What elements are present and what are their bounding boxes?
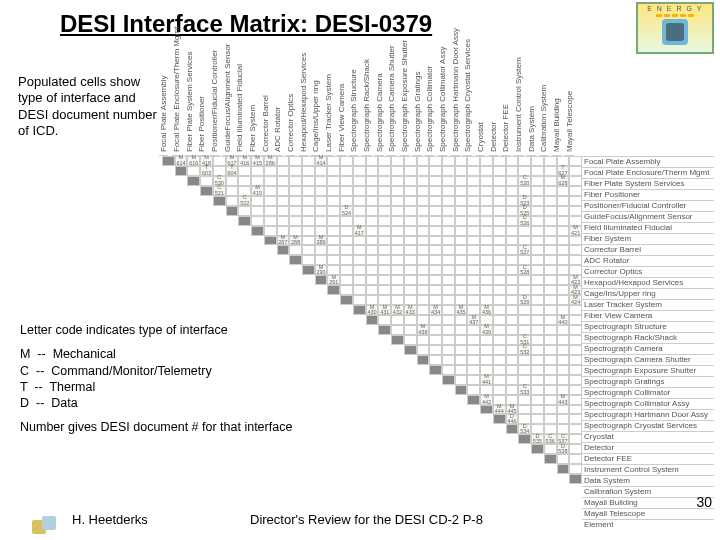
grid-cell xyxy=(506,355,519,365)
grid-cell xyxy=(391,166,404,176)
grid-cell xyxy=(518,226,531,236)
row-label: Instrument Control System xyxy=(582,464,714,475)
grid-cell xyxy=(557,275,570,285)
grid-cell xyxy=(366,265,379,275)
grid-cell xyxy=(569,385,582,395)
grid-cell xyxy=(378,196,391,206)
diagonal-cell xyxy=(277,245,290,255)
grid-cell xyxy=(531,385,544,395)
populated-cell: M 433 xyxy=(404,305,417,315)
grid-cell xyxy=(442,255,455,265)
grid-cell xyxy=(569,245,582,255)
grid-cell xyxy=(467,186,480,196)
col-label: Cryostat xyxy=(476,122,485,156)
grid-cell xyxy=(531,236,544,246)
populated-cell: M 442 xyxy=(480,395,493,405)
grid-cell xyxy=(544,395,557,405)
grid-cell xyxy=(493,226,506,236)
col-label: Cage/Ins/Upper ring xyxy=(311,80,320,156)
grid-cell xyxy=(404,265,417,275)
grid-cell xyxy=(493,355,506,365)
row-label: Spectrograph Rack/Shack xyxy=(582,332,714,343)
grid-cell xyxy=(493,176,506,186)
grid-cell xyxy=(442,226,455,236)
diagonal-cell xyxy=(238,216,251,226)
grid-cell xyxy=(506,335,519,345)
grid-cell xyxy=(327,186,340,196)
grid-cell xyxy=(417,196,430,206)
grid-cell xyxy=(378,166,391,176)
grid-cell xyxy=(378,265,391,275)
diagonal-cell xyxy=(557,464,570,474)
grid-cell xyxy=(544,156,557,166)
grid-cell xyxy=(417,176,430,186)
diagonal-cell xyxy=(429,365,442,375)
grid-cell xyxy=(569,315,582,325)
grid-cell xyxy=(467,255,480,265)
grid-cell xyxy=(455,176,468,186)
diagonal-cell xyxy=(366,315,379,325)
grid-cell xyxy=(569,196,582,206)
grid-cell xyxy=(493,305,506,315)
grid-cell xyxy=(277,206,290,216)
grid-cell xyxy=(518,315,531,325)
grid-cell xyxy=(493,365,506,375)
populated-cell: C 532 xyxy=(518,345,531,355)
grid-cell xyxy=(327,206,340,216)
grid-cell xyxy=(455,265,468,275)
populated-cell: C 536 xyxy=(544,434,557,444)
grid-cell xyxy=(531,365,544,375)
col-label: Spectrograph Collimator Assy xyxy=(438,47,447,156)
grid-cell xyxy=(506,365,519,375)
grid-cell xyxy=(493,186,506,196)
grid-cell xyxy=(366,275,379,285)
col-label: Field Illuminated Fiducial xyxy=(235,64,244,156)
col-label: Spectrograph Camera Shutter xyxy=(387,45,396,156)
grid-cell xyxy=(569,405,582,415)
grid-cell xyxy=(455,186,468,196)
grid-cell xyxy=(557,454,570,464)
grid-cell xyxy=(353,265,366,275)
grid-cell xyxy=(467,226,480,236)
grid-cell xyxy=(442,325,455,335)
grid-cell xyxy=(480,156,493,166)
legend-box: Letter code indicates type of interface … xyxy=(18,320,298,438)
populated-cell: M 291 xyxy=(327,275,340,285)
row-label: Spectrograph Collimator xyxy=(582,387,714,398)
populated-cell: M 436 xyxy=(480,305,493,315)
populated-cell: M 440 xyxy=(557,315,570,325)
grid-cell xyxy=(544,325,557,335)
populated-cell: M 415 xyxy=(251,156,264,166)
grid-cell xyxy=(391,206,404,216)
grid-cell xyxy=(200,176,213,186)
grid-cell xyxy=(506,196,519,206)
grid-cell xyxy=(544,245,557,255)
grid-cell xyxy=(353,275,366,285)
grid-cell xyxy=(315,216,328,226)
grid-cell xyxy=(531,265,544,275)
diagonal-cell xyxy=(162,156,175,166)
grid-cell xyxy=(417,236,430,246)
grid-cell xyxy=(467,236,480,246)
grid-cell xyxy=(455,285,468,295)
grid-cell xyxy=(455,206,468,216)
grid-cell xyxy=(391,245,404,255)
grid-cell xyxy=(455,236,468,246)
grid-cell xyxy=(467,275,480,285)
populated-cell: M 430 xyxy=(366,305,379,315)
grid-cell xyxy=(569,444,582,454)
grid-cell xyxy=(315,206,328,216)
grid-cell xyxy=(442,206,455,216)
grid-cell xyxy=(264,206,277,216)
grid-cell xyxy=(569,166,582,176)
grid-cell xyxy=(531,196,544,206)
grid-cell xyxy=(455,255,468,265)
grid-cell xyxy=(531,176,544,186)
grid-cell xyxy=(442,295,455,305)
col-label: Data System xyxy=(527,106,536,156)
grid-cell xyxy=(417,245,430,255)
diagonal-cell xyxy=(404,345,417,355)
grid-cell xyxy=(455,216,468,226)
grid-cell xyxy=(404,206,417,216)
grid-cell xyxy=(327,226,340,236)
